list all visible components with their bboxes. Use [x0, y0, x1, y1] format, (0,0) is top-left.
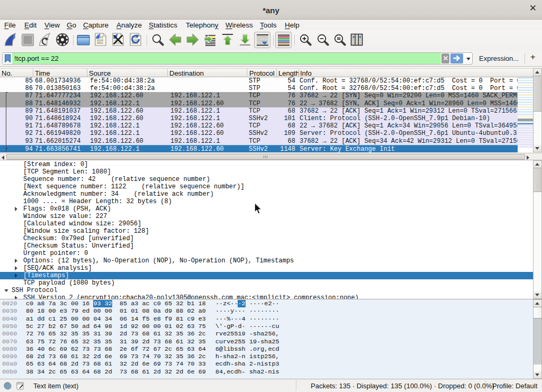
- svg-text:0011: 0011: [97, 42, 103, 45]
